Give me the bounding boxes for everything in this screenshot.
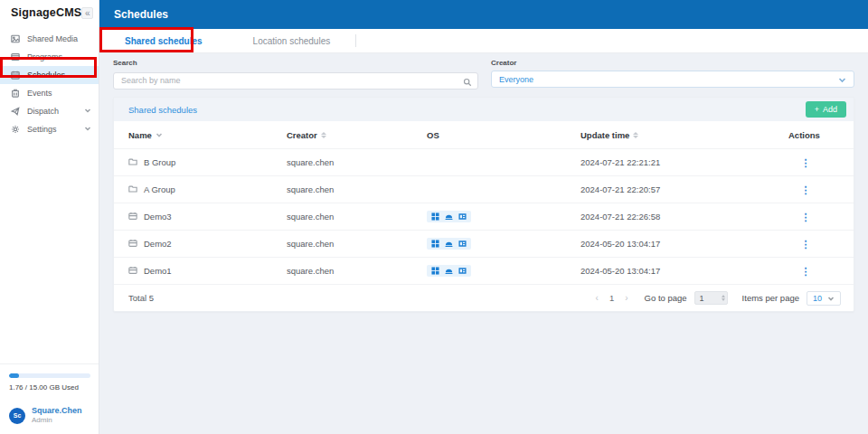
user-role: Admin	[32, 416, 82, 425]
schedule-creator: square.chen	[287, 184, 427, 194]
schedule-os	[427, 238, 580, 250]
add-button[interactable]: + Add	[806, 101, 846, 118]
user-name: Square.Chen	[32, 406, 82, 416]
dispatch-icon	[11, 107, 20, 116]
os-pill	[427, 211, 471, 222]
page-stepper-icon[interactable]	[720, 295, 725, 301]
tizen-os-icon	[458, 267, 467, 275]
prev-page-button[interactable]: ‹	[594, 293, 600, 303]
filter-bar: Search Creator Everyone	[113, 59, 854, 90]
creator-label: Creator	[491, 59, 854, 67]
creator-field: Creator Everyone	[491, 59, 854, 90]
table-row[interactable]: Demo2 square.chen 2024-05-20 13:04:17 ⋮	[114, 230, 854, 257]
table-row[interactable]: Demo1 square.chen 2024-05-20 13:04:17 ⋮	[114, 257, 854, 284]
windows-os-icon	[431, 212, 439, 221]
card-title: Shared schedules	[128, 105, 197, 115]
android-os-icon	[445, 240, 453, 248]
table-row[interactable]: A Group square.chen 2024-07-21 22:20:57 …	[114, 175, 854, 203]
schedule-name[interactable]: A Group	[144, 184, 175, 194]
add-button-label: Add	[823, 105, 837, 114]
android-os-icon	[445, 267, 453, 275]
table-header-row: Name Creator OS Update time Actions	[114, 121, 854, 148]
windows-os-icon	[431, 240, 439, 248]
sidebar-item-schedules[interactable]: Schedules	[0, 66, 99, 84]
creator-selected-value: Everyone	[499, 75, 533, 84]
windows-os-icon	[431, 267, 439, 275]
tab-location-schedules[interactable]: Location schedules	[228, 29, 356, 52]
signagecms-app: SignageCMS « Shared Media Programs Sch	[0, 0, 868, 434]
user-profile[interactable]: Sc Square.Chen Admin	[9, 406, 90, 425]
sidebar-item-programs[interactable]: Programs	[0, 48, 99, 66]
sidebar-item-label: Events	[27, 89, 52, 98]
page-title: Schedules	[114, 8, 168, 21]
sidebar-item-label: Schedules	[27, 71, 65, 80]
schedule-creator: square.chen	[287, 212, 427, 222]
plus-icon: +	[815, 105, 819, 114]
search-field: Search	[113, 59, 478, 90]
schedule-name[interactable]: Demo1	[144, 266, 172, 276]
storage-progress-bar	[9, 373, 90, 378]
items-per-page-label: Items per page	[742, 293, 799, 303]
column-header-name[interactable]: Name	[128, 130, 287, 140]
table-row[interactable]: Demo3 square.chen 2024-07-21 22:26:58 ⋮	[114, 203, 854, 230]
go-to-page-input[interactable]	[700, 294, 720, 303]
table-footer: Total 5 ‹ 1 › Go to page Items per page …	[114, 284, 854, 311]
sort-icon	[321, 132, 326, 138]
column-header-actions: Actions	[788, 130, 854, 140]
page-number[interactable]: 1	[608, 293, 616, 303]
row-actions-kebab-icon[interactable]: ⋮	[799, 158, 812, 167]
schedule-update-time: 2024-07-21 22:26:58	[580, 212, 788, 222]
os-pill	[427, 265, 471, 277]
sidebar-footer: 1.76 / 15.00 GB Used Sc Square.Chen Admi…	[0, 363, 99, 434]
search-input[interactable]	[113, 72, 478, 90]
schedule-name[interactable]: B Group	[144, 157, 175, 167]
sidebar-nav: Shared Media Programs Schedules Events	[0, 30, 99, 138]
schedule-name[interactable]: Demo2	[144, 239, 172, 249]
calendar-icon	[128, 266, 137, 277]
sidebar-collapse-icon[interactable]: «	[81, 7, 93, 19]
row-actions-kebab-icon[interactable]: ⋮	[799, 240, 812, 249]
sidebar-item-label: Shared Media	[27, 34, 78, 43]
android-os-icon	[445, 212, 453, 221]
gear-icon	[11, 125, 20, 134]
brand: SignageCMS «	[0, 0, 99, 24]
storage-used-label: 1.76 / 15.00 GB Used	[9, 383, 90, 392]
tab-shared-schedules[interactable]: Shared schedules	[99, 29, 228, 52]
sidebar-item-label: Programs	[27, 52, 62, 61]
schedule-creator: square.chen	[287, 239, 427, 249]
pagination: ‹ 1 › Go to page Items per page 10	[594, 291, 841, 306]
calendar-icon	[128, 212, 137, 222]
total-count: Total 5	[128, 293, 154, 303]
table-row[interactable]: B Group square.chen 2024-07-21 22:21:21 …	[114, 148, 854, 175]
page-header: Schedules	[99, 0, 868, 29]
sidebar-item-label: Dispatch	[27, 107, 59, 116]
search-label: Search	[113, 59, 478, 67]
row-actions-kebab-icon[interactable]: ⋮	[799, 185, 812, 194]
tab-divider	[355, 34, 356, 47]
sidebar-item-shared-media[interactable]: Shared Media	[0, 30, 99, 48]
os-pill	[427, 238, 471, 250]
row-actions-kebab-icon[interactable]: ⋮	[799, 212, 812, 222]
chevron-down-icon	[827, 295, 835, 302]
folder-icon	[128, 157, 137, 168]
column-header-creator[interactable]: Creator	[287, 130, 427, 140]
event-icon	[11, 89, 20, 98]
sidebar-item-dispatch[interactable]: Dispatch	[0, 102, 99, 120]
sidebar-item-events[interactable]: Events	[0, 84, 99, 102]
schedule-update-time: 2024-07-21 22:20:57	[580, 184, 788, 194]
schedule-creator: square.chen	[287, 266, 427, 276]
avatar: Sc	[9, 408, 25, 424]
column-header-os: OS	[427, 130, 580, 140]
sidebar-item-settings[interactable]: Settings	[0, 120, 99, 138]
row-actions-kebab-icon[interactable]: ⋮	[799, 267, 812, 276]
program-icon	[11, 52, 20, 61]
creator-select[interactable]: Everyone	[491, 71, 854, 88]
schedule-name[interactable]: Demo3	[144, 212, 172, 222]
chevron-down-icon	[84, 107, 91, 116]
image-icon	[11, 34, 20, 43]
calendar-icon	[11, 71, 20, 80]
column-header-update-time[interactable]: Update time	[580, 130, 788, 140]
items-per-page-select[interactable]: 10	[807, 291, 841, 306]
search-icon	[463, 74, 472, 90]
next-page-button[interactable]: ›	[623, 293, 629, 303]
